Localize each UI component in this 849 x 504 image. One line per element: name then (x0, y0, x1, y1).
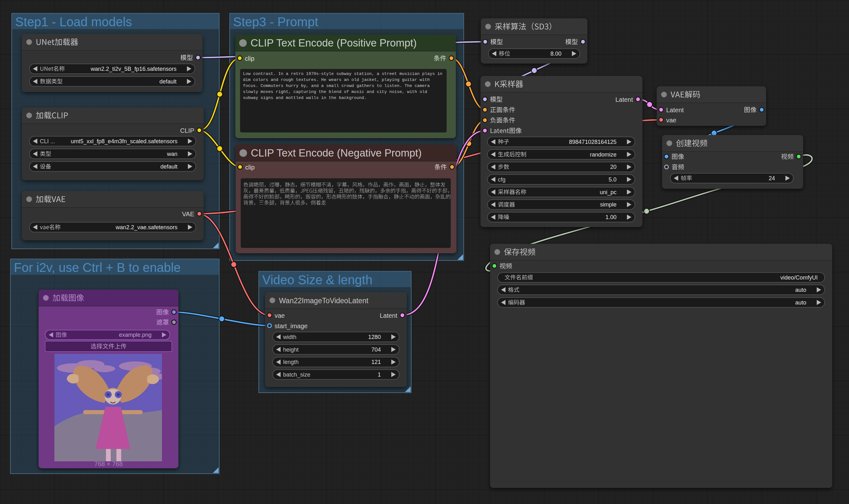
svg-text:VAE: VAE (182, 211, 194, 218)
svg-text:slowly moves right, capturing: slowly moves right, capturing the blend … (243, 89, 427, 94)
svg-text:auto: auto (795, 287, 806, 293)
svg-text:1: 1 (378, 372, 381, 378)
svg-text:CLIP Text Encode (Positive Pro: CLIP Text Encode (Positive Prompt) (250, 37, 417, 49)
svg-text:randomize: randomize (590, 151, 617, 158)
svg-text:Low contrast. In a retro 1970s: Low contrast. In a retro 1970s-style sub… (243, 71, 442, 76)
svg-text:Video Size & length: Video Size & length (262, 273, 372, 287)
svg-text:5.0: 5.0 (608, 176, 617, 183)
svg-text:clip: clip (245, 55, 254, 62)
svg-text:704: 704 (371, 346, 381, 353)
svg-text:1.00: 1.00 (605, 214, 617, 220)
svg-text:Latent: Latent (615, 96, 633, 103)
svg-text:For i2v, use Ctrl + B to enabl: For i2v, use Ctrl + B to enable (14, 260, 181, 274)
svg-text:Latent: Latent (666, 107, 684, 113)
svg-text:768 × 768: 768 × 768 (94, 461, 123, 467)
svg-text:height: height (283, 346, 299, 353)
svg-text:wan2.2_ti2v_5B_fp16.safetensor: wan2.2_ti2v_5B_fp16.safetensors (90, 66, 177, 72)
svg-text:simple: simple (600, 201, 617, 208)
svg-text:batch_size: batch_size (283, 372, 310, 378)
svg-text:focus. Commuters hurry by, and: focus. Commuters hurry by, and a small c… (243, 84, 429, 88)
svg-text:cfg: cfg (498, 176, 506, 183)
svg-text:uni_pc: uni_pc (600, 189, 617, 196)
svg-text:vae: vae (275, 312, 285, 319)
svg-text:24: 24 (769, 175, 775, 181)
svg-text:length: length (283, 359, 299, 365)
svg-text:8.00: 8.00 (550, 51, 562, 57)
svg-text:start_image: start_image (275, 323, 308, 330)
svg-text:20: 20 (610, 164, 617, 170)
svg-text:default: default (160, 163, 177, 170)
svg-text:example.png: example.png (119, 332, 152, 338)
svg-text:auto: auto (795, 300, 806, 306)
svg-text:Step3 - Prompt: Step3 - Prompt (233, 15, 318, 29)
svg-text:default: default (159, 78, 177, 85)
svg-text:CLIP Text Encode (Negative Pro: CLIP Text Encode (Negative Prompt) (251, 147, 422, 159)
svg-text:Wan22ImageToVideoLatent: Wan22ImageToVideoLatent (279, 296, 369, 305)
svg-text:clip: clip (245, 164, 255, 171)
svg-text:121: 121 (371, 359, 381, 365)
svg-text:vae: vae (666, 117, 676, 124)
svg-text:CLI ...: CLI ... (40, 138, 55, 144)
svg-text:wan: wan (167, 151, 177, 157)
svg-text:1280: 1280 (368, 334, 381, 340)
svg-text:wan2.2_vae.safetensors: wan2.2_vae.safetensors (116, 224, 177, 231)
svg-text:CLIP: CLIP (180, 127, 194, 134)
svg-text:Step1 - Load models: Step1 - Load models (15, 15, 132, 29)
svg-text:umt5_xxl_fp8_e4m3fn_scaled.saf: umt5_xxl_fp8_e4m3fn_scaled.safetensors (71, 138, 177, 145)
svg-text:898471028164125: 898471028164125 (569, 139, 617, 145)
svg-text:subway signs and mottled walls: subway signs and mottled walls in the ba… (243, 95, 367, 100)
svg-text:width: width (283, 334, 296, 340)
svg-text:Latent: Latent (379, 312, 397, 319)
svg-text:dim colors and rough textures.: dim colors and rough textures. He wears … (243, 77, 429, 82)
svg-text:video/ComfyUI: video/ComfyUI (780, 274, 818, 281)
